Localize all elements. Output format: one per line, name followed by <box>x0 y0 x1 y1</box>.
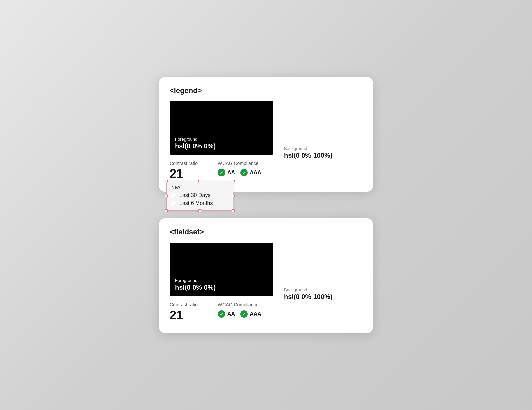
dropdown-item-label-0: Last 30 Days <box>179 192 210 198</box>
handle-tm <box>198 180 201 182</box>
wcag-badges-1: AA AAA <box>218 169 261 176</box>
wcag-label-1: WCAG Compliance <box>218 161 261 166</box>
dropdown-overlay: New Last 30 Days Last 6 Months <box>166 181 233 211</box>
check-circle-aaa-1 <box>240 169 248 176</box>
contrast-label-2: Contrast ratio <box>170 302 198 308</box>
handle-lm <box>165 195 168 197</box>
bg-value-2: hsl(0 0% 100%) <box>284 293 333 301</box>
dropdown-legend-label: New <box>171 185 228 190</box>
card-bottom-2: Contrast ratio 21 WCAG Compliance AA AAA <box>170 302 362 322</box>
bg-label-1: Background <box>284 146 333 151</box>
checkbox-1[interactable] <box>171 201 176 206</box>
preview-labels-2: Foreground hsl(0 0% 0%) <box>175 278 216 291</box>
preview-right-1: Background hsl(0 0% 100%) <box>273 101 333 161</box>
card-legend-title: <legend> <box>170 86 362 95</box>
wcag-section-1: WCAG Compliance AA AAA <box>218 161 261 176</box>
check-circle-aa-2 <box>218 310 225 318</box>
fg-value-2: hsl(0 0% 0%) <box>175 284 216 291</box>
checkbox-0[interactable] <box>171 193 176 198</box>
preview-row-1: Foreground hsl(0 0% 0%) Background hsl(0… <box>170 101 362 161</box>
contrast-value-1: 21 <box>170 167 198 181</box>
preview-box-2: Foreground hsl(0 0% 0%) <box>170 243 273 296</box>
card-legend: <legend> Foreground hsl(0 0% 0%) Backgro… <box>159 77 373 192</box>
dropdown-item-1[interactable]: Last 6 Months <box>171 200 228 206</box>
handle-rm <box>232 195 235 197</box>
wcag-aa-label-1: AA <box>227 169 235 176</box>
check-circle-aa-1 <box>218 169 225 176</box>
fg-label-1: Foreground <box>175 137 216 142</box>
wcag-aaa-badge-2: AAA <box>240 310 261 318</box>
card-fieldset-title: <fieldset> <box>170 228 362 236</box>
preview-labels-1: Foreground hsl(0 0% 0%) <box>175 137 216 150</box>
preview-row-2: Foreground hsl(0 0% 0%) Background hsl(0… <box>170 243 362 302</box>
fg-value-1: hsl(0 0% 0%) <box>175 142 216 150</box>
contrast-section-1: Contrast ratio 21 <box>170 161 198 181</box>
fg-label-2: Foreground <box>175 278 216 283</box>
dropdown-item-label-1: Last 6 Months <box>179 200 213 206</box>
contrast-value-2: 21 <box>170 308 198 322</box>
wcag-aaa-label-2: AAA <box>250 311 261 317</box>
wcag-label-2: WCAG Compliance <box>218 302 261 308</box>
bg-label-2: Background <box>284 287 333 292</box>
wcag-aa-badge-2: AA <box>218 310 235 318</box>
wcag-badges-2: AA AAA <box>218 310 261 318</box>
check-circle-aaa-2 <box>240 310 248 318</box>
contrast-label-1: Contrast ratio <box>170 161 198 166</box>
wcag-aaa-badge-1: AAA <box>240 169 261 176</box>
dropdown-box[interactable]: New Last 30 Days Last 6 Months <box>166 181 233 211</box>
dropdown-item-0[interactable]: Last 30 Days <box>171 192 228 198</box>
page-wrapper: <legend> Foreground hsl(0 0% 0%) Backgro… <box>159 77 373 333</box>
wcag-section-2: WCAG Compliance AA AAA <box>218 302 261 318</box>
handle-br <box>232 209 235 212</box>
handle-tl <box>165 180 168 182</box>
wcag-aa-label-2: AA <box>227 311 235 317</box>
preview-right-2: Background hsl(0 0% 100%) <box>273 243 333 302</box>
card-fieldset: <fieldset> Foreground hsl(0 0% 0%) Backg… <box>159 218 373 333</box>
bg-value-1: hsl(0 0% 100%) <box>284 152 333 159</box>
wcag-aaa-label-1: AAA <box>250 169 261 176</box>
handle-bl <box>165 209 168 212</box>
handle-bm <box>198 209 201 212</box>
handle-tr <box>232 180 235 182</box>
card-bottom-1: Contrast ratio 21 WCAG Compliance AA AAA <box>170 161 362 181</box>
wcag-aa-badge-1: AA <box>218 169 235 176</box>
preview-box-1: Foreground hsl(0 0% 0%) <box>170 101 273 155</box>
contrast-section-2: Contrast ratio 21 <box>170 302 198 322</box>
cards-container: <legend> Foreground hsl(0 0% 0%) Backgro… <box>159 77 373 333</box>
